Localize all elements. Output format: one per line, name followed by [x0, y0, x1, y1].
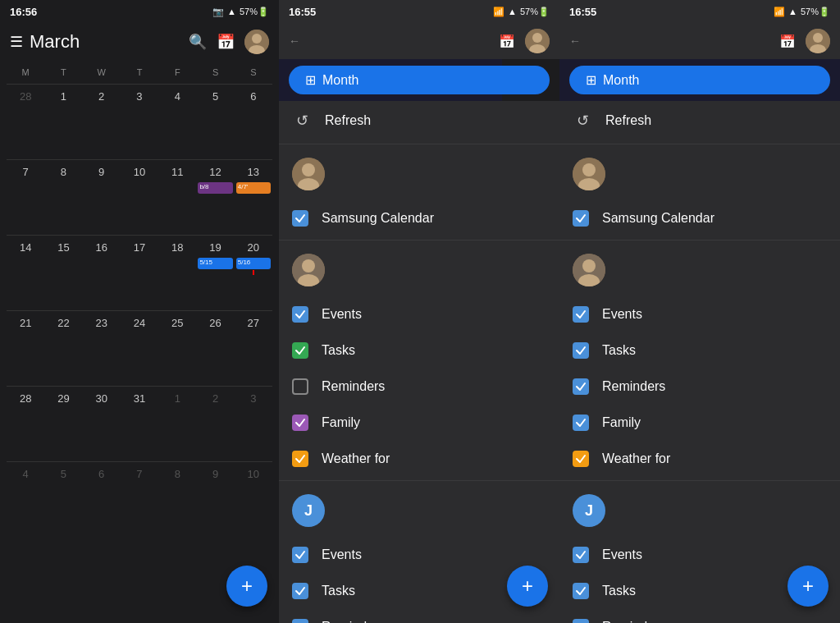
samsung-avatar-3[interactable] — [573, 158, 605, 190]
menu-scroll-3[interactable]: ↺ Refresh — [559, 101, 840, 623]
menu-item-tasks-2[interactable]: Tasks — [279, 332, 559, 369]
menu-item-reminders-2[interactable]: Reminders — [279, 369, 559, 405]
calendar-day-5-next[interactable]: 5 — [44, 461, 82, 535]
checkbox-weather-2[interactable] — [292, 451, 308, 467]
checkbox-j-tasks-2[interactable] — [292, 583, 308, 599]
checkbox-tasks-2[interactable] — [292, 342, 308, 359]
menu-item-tasks-3[interactable]: Tasks — [559, 332, 840, 369]
calendar-day-4[interactable]: 4 — [158, 84, 196, 158]
checkbox-j-reminders-2[interactable] — [292, 619, 308, 623]
calendar-day-31[interactable]: 31 — [121, 386, 158, 460]
calendar-day-4-next[interactable]: 4 — [7, 461, 44, 535]
calendar-day-6-next[interactable]: 6 — [83, 461, 121, 535]
menu-item-weather-3[interactable]: Weather for — [559, 441, 840, 477]
samsung-avatar-2[interactable] — [292, 158, 325, 190]
checkbox-events-3[interactable] — [573, 306, 589, 323]
checkbox-j-events-3[interactable] — [573, 547, 589, 563]
calendar-day-22[interactable]: 22 — [44, 310, 82, 384]
checkbox-weather-3[interactable] — [573, 451, 589, 467]
calendar-day-2-next[interactable]: 2 — [196, 386, 234, 460]
menu-scroll-2[interactable]: ↺ Refresh — [279, 101, 559, 623]
calendar-day-1[interactable]: 1 — [44, 84, 82, 158]
calendar-day-15[interactable]: 15 — [44, 235, 82, 309]
calendar-day-10-next[interactable]: 10 — [235, 461, 272, 535]
calendar-icon-3[interactable]: 📅 — [779, 34, 796, 49]
calendar-day-28[interactable]: 28 — [7, 386, 44, 460]
menu-item-family-3[interactable]: Family — [559, 405, 840, 441]
menu-item-family-2[interactable]: Family — [279, 405, 559, 441]
calendar-day-13[interactable]: 13 4/7' — [235, 159, 272, 233]
checkbox-j-tasks-3[interactable] — [573, 583, 589, 599]
checkbox-j-events-2[interactable] — [292, 547, 308, 563]
menu-item-refresh-3[interactable]: ↺ Refresh — [559, 101, 840, 140]
month-selected-btn-3[interactable]: ⊞ Month — [569, 66, 830, 94]
checkbox-family-2[interactable] — [292, 415, 308, 431]
add-event-fab-3[interactable]: + — [788, 566, 829, 607]
checkbox-tasks-3[interactable] — [573, 342, 589, 359]
user-avatar-2[interactable] — [525, 29, 550, 53]
calendar-day-28-prev[interactable]: 28 — [7, 84, 44, 158]
calendar-day-29[interactable]: 29 — [44, 386, 82, 460]
menu-item-j-reminders-3[interactable]: Reminders — [559, 609, 840, 623]
calendar-day-2[interactable]: 2 — [83, 84, 121, 158]
calendar-day-14[interactable]: 14 — [7, 235, 44, 309]
menu-item-reminders-3[interactable]: Reminders — [559, 369, 840, 405]
calendar-day-30[interactable]: 30 — [83, 386, 121, 460]
hamburger-icon[interactable]: ☰ — [10, 33, 23, 51]
menu-item-samsung-cal-3[interactable]: Samsung Calendar — [559, 200, 840, 236]
user-avatar[interactable] — [244, 30, 269, 54]
calendar-day-9[interactable]: 9 — [83, 159, 121, 233]
checkbox-reminders-2[interactable] — [292, 378, 308, 395]
calendar-day-25[interactable]: 25 — [158, 310, 196, 384]
calendar-day-7[interactable]: 7 — [7, 159, 44, 233]
checkbox-reminders-3[interactable] — [573, 378, 589, 395]
checkbox-samsung-cal-2[interactable] — [292, 210, 308, 227]
j-avatar-2[interactable]: J — [292, 494, 325, 527]
calendar-day-20[interactable]: 20 5/16 — [235, 235, 272, 309]
calendar-day-17[interactable]: 17 — [121, 235, 158, 309]
user-avatar-3[interactable] — [806, 29, 830, 53]
svg-point-16 — [582, 163, 596, 176]
calendar-day-18[interactable]: 18 — [158, 235, 196, 309]
calendar-day-10[interactable]: 10 — [121, 159, 158, 233]
menu-item-events-2[interactable]: Events — [279, 296, 559, 332]
calendar-day-6[interactable]: 6 — [235, 84, 272, 158]
checkbox-j-reminders-3[interactable] — [573, 619, 589, 623]
calendar-icon-2[interactable]: 📅 — [499, 34, 515, 49]
month-selected-btn-2[interactable]: ⊞ Month — [289, 66, 550, 94]
add-event-fab-2[interactable]: + — [507, 566, 548, 607]
calendar-day-27[interactable]: 27 — [235, 310, 272, 384]
calendar-day-21[interactable]: 21 — [7, 310, 44, 384]
menu-item-samsung-cal-2[interactable]: Samsung Calendar — [279, 200, 559, 236]
google-avatar-2[interactable] — [292, 254, 325, 286]
checkbox-family-3[interactable] — [573, 415, 589, 431]
calendar-day-12[interactable]: 12 b/8 — [196, 159, 234, 233]
j-avatar-3[interactable]: J — [573, 494, 605, 527]
menu-item-weather-2[interactable]: Weather for — [279, 441, 559, 477]
calendar-day-5[interactable]: 5 — [196, 84, 234, 158]
calendar-day-3-next[interactable]: 3 — [235, 386, 272, 460]
calendar-day-7-next[interactable]: 7 — [121, 461, 158, 535]
calendar-day-9-next[interactable]: 9 — [196, 461, 234, 535]
calendar-day-16[interactable]: 16 — [83, 235, 121, 309]
weekday-t1: T — [44, 64, 82, 80]
calendar-day-8[interactable]: 8 — [44, 159, 82, 233]
menu-item-j-reminders-2[interactable]: Reminders — [279, 609, 559, 623]
search-icon[interactable]: 🔍 — [189, 33, 207, 51]
calendar-day-24[interactable]: 24 — [121, 310, 158, 384]
calendar-day-3[interactable]: 3 — [121, 84, 158, 158]
signal-icon-2: ▲ — [508, 7, 517, 16]
calendar-day-11[interactable]: 11 — [158, 159, 196, 233]
google-avatar-3[interactable] — [573, 254, 605, 286]
calendar-day-1-next[interactable]: 1 — [158, 386, 196, 460]
calendar-day-26[interactable]: 26 — [196, 310, 234, 384]
menu-item-refresh-2[interactable]: ↺ Refresh — [279, 101, 559, 140]
checkbox-events-2[interactable] — [292, 306, 308, 323]
calendar-day-8-next[interactable]: 8 — [158, 461, 196, 535]
calendar-day-19[interactable]: 19 5/15 — [196, 235, 234, 309]
checkbox-samsung-cal-3[interactable] — [573, 210, 589, 227]
calendar-view-icon[interactable]: 📅 — [217, 33, 235, 51]
add-event-fab-1[interactable]: + — [226, 566, 267, 607]
menu-item-events-3[interactable]: Events — [559, 296, 840, 332]
calendar-day-23[interactable]: 23 — [83, 310, 121, 384]
